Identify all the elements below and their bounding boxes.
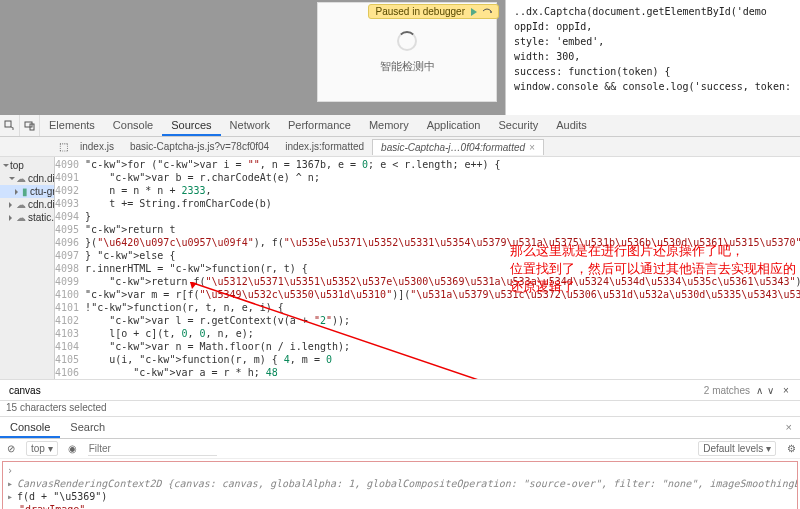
file-tab[interactable]: index.js:formatted (277, 139, 372, 154)
code-line: "c-kw">var l = r.getContext(v(a + "2")); (85, 314, 800, 327)
source-file-tabs: ⬚index.jsbasic-Captcha-js.js?v=78cf0f04i… (0, 137, 800, 157)
tab-console[interactable]: Console (104, 115, 162, 136)
sidebar-root[interactable]: top (0, 159, 54, 172)
tab-search[interactable]: Search (60, 417, 115, 438)
triangle-down-icon (9, 177, 15, 183)
find-result-count: 2 matches (704, 385, 750, 396)
find-input[interactable] (6, 383, 698, 398)
console-filter-input[interactable] (88, 442, 217, 456)
code-line: "c-kw">var n = Math.floor(n / i.length); (85, 340, 800, 353)
find-next-icon[interactable]: ∨ (767, 385, 774, 396)
file-tab[interactable]: basic-Captcha-j…0f04:formatted× (372, 139, 544, 155)
paused-in-debugger-banner[interactable]: Paused in debugger (368, 4, 499, 19)
tab-memory[interactable]: Memory (360, 115, 418, 136)
triangle-right-icon (15, 189, 21, 195)
devtools-tab-strip: ElementsConsoleSourcesNetworkPerformance… (40, 115, 800, 136)
toggle-device-icon[interactable] (20, 115, 40, 136)
code-line: "c-kw">var a = r * h; 48 (85, 366, 800, 379)
close-find-icon[interactable]: × (778, 385, 794, 396)
code-line: !"c-kw">function(r, t, n, e, i) { (85, 301, 800, 314)
code-line: "c-kw">var b = r.charCodeAt(e) ^ n; (85, 171, 800, 184)
status-bar: 15 characters selected (0, 401, 800, 417)
file-tab[interactable]: basic-Captcha-js.js?v=78cf0f04 (122, 139, 277, 154)
svg-point-0 (490, 11, 492, 13)
close-tab-icon[interactable]: × (529, 142, 535, 153)
triangle-right-icon (9, 202, 15, 208)
code-line: u(i, "c-kw">function(r, m) { 4, m = 0 (85, 353, 800, 366)
drawer-close-icon[interactable]: × (778, 417, 800, 438)
code-line: } (85, 210, 800, 223)
preview-left: 智能检测中 Paused in debugger (0, 0, 505, 115)
spinner-icon (397, 31, 417, 51)
resume-icon[interactable] (469, 7, 479, 17)
code-line: t += String.fromCharCode(b) (85, 197, 800, 210)
tab-elements[interactable]: Elements (40, 115, 104, 136)
code-line: n = n * n + 2333, (85, 184, 800, 197)
folder-icon: ▮ (22, 186, 28, 197)
find-prev-icon[interactable]: ∧ (756, 385, 763, 396)
sources-panel: top ☁cdn.dingx▮ctu-gro☁cdn.dingx☁static.… (0, 157, 800, 379)
clear-console-icon[interactable]: ⊘ (2, 443, 20, 454)
code-content[interactable]: 那么这里就是在进行图片还原操作了吧， 位置找到了，然后可以通过其他语言去实现相应… (85, 157, 800, 379)
sidebar-item[interactable]: ☁cdn.dingx (0, 172, 54, 185)
find-in-file-bar: 2 matches ∧ ∨ × (0, 379, 800, 401)
preview-code-snippet: ..dx.Captcha(document.getElementById('de… (505, 0, 800, 115)
tab-application[interactable]: Application (418, 115, 490, 136)
file-tab[interactable]: index.js (72, 139, 122, 154)
triangle-right-icon (9, 215, 15, 221)
tab-audits[interactable]: Audits (547, 115, 596, 136)
tab-performance[interactable]: Performance (279, 115, 360, 136)
code-line: l[o + c](t, 0, 0, n, e); (85, 327, 800, 340)
tab-sources[interactable]: Sources (162, 115, 220, 136)
step-over-icon[interactable] (482, 7, 492, 17)
log-level-selector[interactable]: Default levels ▾ (698, 441, 776, 456)
cloud-icon: ☁ (16, 173, 26, 184)
triangle-down-icon (3, 164, 9, 170)
code-line: "c-kw">return t (85, 223, 800, 236)
tab-console[interactable]: Console (0, 417, 60, 438)
tab-network[interactable]: Network (221, 115, 279, 136)
sidebar-item[interactable]: ☁cdn.dingx (0, 198, 54, 211)
page-preview-region: 智能检测中 Paused in debugger ..dx.Captcha(do… (0, 0, 800, 115)
console-line: ▸f(d + "\u5369") (7, 490, 793, 503)
annotation-text: 那么这里就是在进行图片还原操作了吧， 位置找到了，然后可以通过其他语言去实现相应… (510, 242, 800, 296)
console-output[interactable]: › ▸CanvasRenderingContext2D {canvas: can… (2, 461, 798, 509)
sidebar-item[interactable]: ▮ctu-gro (0, 185, 54, 198)
drawer-tabs: Console Search × (0, 417, 800, 439)
eye-icon[interactable]: ◉ (64, 443, 82, 454)
console-settings-icon[interactable]: ⚙ (782, 443, 800, 454)
sources-navigator[interactable]: top ☁cdn.dingx▮ctu-gro☁cdn.dingx☁static.… (0, 157, 55, 379)
devtools-toolbar: ElementsConsoleSourcesNetworkPerformance… (0, 115, 800, 137)
cloud-icon: ☁ (16, 199, 26, 210)
sidebar-item[interactable]: ☁static.din (0, 211, 54, 224)
inspect-element-icon[interactable] (0, 115, 20, 136)
line-gutter: 4090409140924093409440954096409740984099… (55, 157, 85, 379)
console-line: ▸CanvasRenderingContext2D {canvas: canva… (7, 477, 793, 490)
cloud-icon: ☁ (16, 212, 26, 223)
navigator-toggle-icon[interactable]: ⬚ (55, 139, 72, 154)
context-selector[interactable]: top ▾ (26, 441, 58, 456)
tab-security[interactable]: Security (489, 115, 547, 136)
code-line: "c-kw">for ("c-kw">var i = "", n = 1367b… (85, 158, 800, 171)
console-line: › (7, 464, 793, 477)
console-controls: ⊘ top ▾ ◉ Default levels ▾ ⚙ (0, 439, 800, 459)
loading-text: 智能检测中 (380, 59, 435, 74)
code-editor[interactable]: 4090409140924093409440954096409740984099… (55, 157, 800, 379)
console-line: "drawImage" (7, 503, 793, 509)
paused-label: Paused in debugger (375, 6, 465, 17)
